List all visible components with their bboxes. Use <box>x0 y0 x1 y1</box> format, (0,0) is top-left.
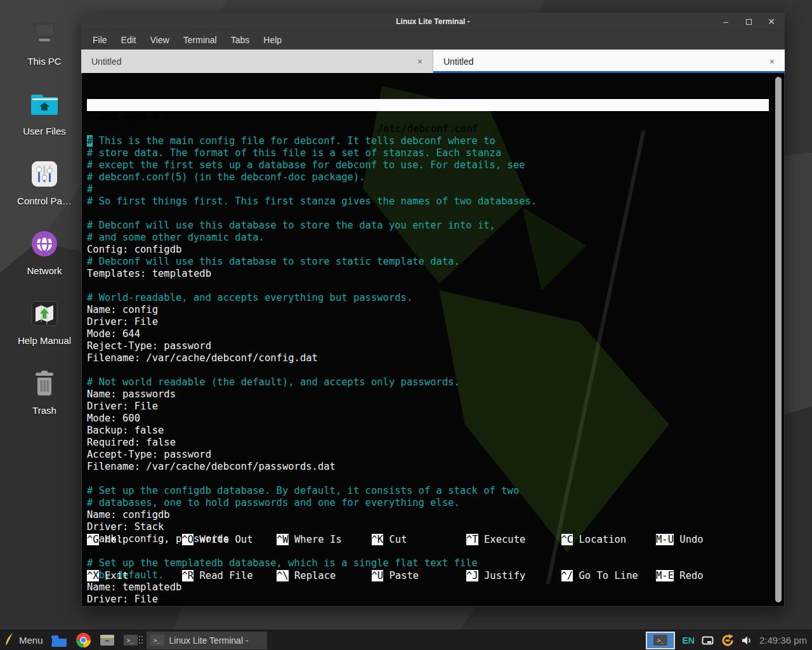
menu-item-tabs[interactable]: Tabs <box>231 35 250 45</box>
shortcut-key: ^R <box>182 570 194 581</box>
shortcut-key: ^J <box>466 570 478 581</box>
terminal-line <box>87 280 769 292</box>
terminal-tab-1[interactable]: Untitled× <box>433 50 785 73</box>
clock[interactable]: 2:49:36 pm <box>759 635 807 646</box>
desktop-icon-network[interactable]: Network <box>0 221 89 291</box>
terminal-window: Linux Lite Terminal - – ✕ FileEditViewTe… <box>81 13 785 607</box>
nano-shortcut: M-U Undo <box>656 534 704 546</box>
menu-bar: FileEditViewTerminalTabsHelp <box>81 30 785 50</box>
task-button-label: Linux Lite Terminal - <box>169 635 249 646</box>
nano-shortcut: ^G Help <box>87 534 182 546</box>
taskbar: Menu >_ <box>0 630 812 650</box>
taskbar-grip-handle[interactable] <box>139 636 143 645</box>
shortcut-key: ^U <box>372 570 384 581</box>
terminal-line: # Not world readable (the default), and … <box>87 376 769 388</box>
this-pc-icon <box>29 18 60 51</box>
terminal-line: # <box>87 183 769 196</box>
desktop-icon-label: Trash <box>32 405 56 416</box>
terminal-line: # Set up the configdb database. By defau… <box>87 485 769 497</box>
terminal-line: # So first things first. This first stan… <box>87 196 769 208</box>
desktop-icon-user-files[interactable]: User Files <box>0 81 89 151</box>
file-manager-icon[interactable] <box>51 634 68 647</box>
network-globe-icon <box>31 227 58 260</box>
window-titlebar[interactable]: Linux Lite Terminal - – ✕ <box>81 13 785 30</box>
shortcut-key: M-E <box>656 570 674 581</box>
shortcut-key: M-U <box>656 534 674 545</box>
menu-item-file[interactable]: File <box>93 35 107 45</box>
keyboard-language-indicator[interactable]: EN <box>682 635 694 646</box>
desktop-icon-label: Control Pa… <box>17 196 72 206</box>
tab-close-icon[interactable]: × <box>769 56 775 67</box>
shortcut-key: ^C <box>561 534 573 545</box>
shortcut-key: ^T <box>466 534 478 545</box>
terminal-line: # debconf.conf(5) (in the debconf-doc pa… <box>87 171 769 183</box>
menu-button[interactable]: Menu <box>4 632 43 649</box>
terminal-line: Mode: 600 <box>87 413 769 425</box>
nano-shortcut: ^X Exit <box>87 570 182 582</box>
window-controls: – ✕ <box>719 13 778 30</box>
terminal-line: Filename: /var/cache/debconf/config.dat <box>87 352 769 364</box>
terminal-line: # and some other dynamic data. <box>87 232 769 244</box>
terminal-tab-0[interactable]: Untitled× <box>81 50 433 73</box>
nano-shortcut: ^J Justify <box>466 570 561 582</box>
archive-manager-icon[interactable] <box>99 633 115 647</box>
shortcut-key: ^\ <box>277 570 289 581</box>
terminal-line <box>87 208 769 220</box>
terminal-view[interactable]: GNU nano 7.2 /etc/debconf.conf # This is… <box>82 73 784 606</box>
control-panel-sliders-icon <box>30 157 58 190</box>
menu-button-label: Menu <box>19 635 43 646</box>
terminal-line <box>87 473 769 485</box>
desktop-icon-label: This PC <box>27 56 61 67</box>
terminal-line: Driver: File <box>87 401 769 413</box>
desktop-icon-help-manual[interactable]: Help Manual <box>0 291 89 361</box>
terminal-line: Config: configdb <box>87 244 769 256</box>
shortcut-key: ^/ <box>561 570 573 581</box>
menu-item-terminal[interactable]: Terminal <box>183 35 217 45</box>
desktop-icon-control-panel[interactable]: Control Pa… <box>0 151 89 221</box>
chrome-browser-icon[interactable] <box>76 633 91 647</box>
menu-item-help[interactable]: Help <box>263 35 282 45</box>
terminal-line: Driver: File <box>87 316 769 328</box>
shortcut-key: ^O <box>182 534 194 545</box>
menu-item-view[interactable]: View <box>150 35 169 45</box>
terminal-line: Mode: 644 <box>87 328 769 340</box>
nano-shortcut: ^/ Go To Line <box>561 570 657 582</box>
terminal-line: Backup: false <box>87 425 769 437</box>
nano-shortcut: ^C Location <box>561 534 657 546</box>
nano-editor: GNU nano 7.2 /etc/debconf.conf # This is… <box>87 75 769 606</box>
updates-refresh-icon[interactable] <box>721 633 735 647</box>
nano-shortcut: M-E Redo <box>656 570 704 582</box>
desktop-icon-label: Help Manual <box>18 335 71 346</box>
taskbar-left-group: Menu >_ <box>4 632 138 649</box>
desktop-icon-label: User Files <box>23 126 66 136</box>
terminal-line: # This is the main config file for debco… <box>87 135 769 147</box>
terminal-line: Filename: /var/cache/debconf/passwords.d… <box>87 461 769 473</box>
task-button-terminal[interactable]: >_ Linux Lite Terminal - <box>147 632 267 649</box>
menu-item-edit[interactable]: Edit <box>121 35 136 45</box>
tab-bar: Untitled×Untitled× <box>81 50 785 73</box>
terminal-line: Accept-Type: password <box>87 449 769 461</box>
terminal-line: Templates: templatedb <box>87 268 769 280</box>
nano-shortcut-bar: ^G Help^O Write Out^W Where Is^K Cut^T E… <box>87 510 769 606</box>
shortcut-row-top: ^G Help^O Write Out^W Where Is^K Cut^T E… <box>87 534 769 546</box>
nano-shortcut: ^K Cut <box>372 534 467 546</box>
nano-version: GNU nano 7.2 <box>87 111 170 123</box>
display-layout-icon[interactable] <box>702 636 714 645</box>
close-button[interactable]: ✕ <box>764 15 778 29</box>
terminal-line: # Debconf will use this database to stor… <box>87 220 769 232</box>
shortcut-key: ^X <box>87 570 99 581</box>
nano-shortcut: ^\ Replace <box>277 570 372 582</box>
nano-shortcut: ^W Where Is <box>277 534 372 546</box>
tray-active-terminal-icon[interactable]: >_ <box>646 632 675 649</box>
terminal-scrollbar[interactable] <box>775 77 782 602</box>
shortcut-key: ^K <box>372 534 384 545</box>
desktop-icon-trash[interactable]: Trash <box>0 361 89 430</box>
desktop-icon-this-pc[interactable]: This PC <box>0 11 89 81</box>
nano-shortcut: ^O Write Out <box>182 534 277 546</box>
terminal-line: Name: passwords <box>87 388 769 401</box>
terminal-launcher-icon[interactable]: >_ <box>124 635 138 646</box>
minimize-button[interactable]: – <box>719 15 733 29</box>
tab-close-icon[interactable]: × <box>417 56 422 67</box>
volume-speaker-icon[interactable] <box>742 635 752 646</box>
maximize-button[interactable] <box>742 15 756 29</box>
